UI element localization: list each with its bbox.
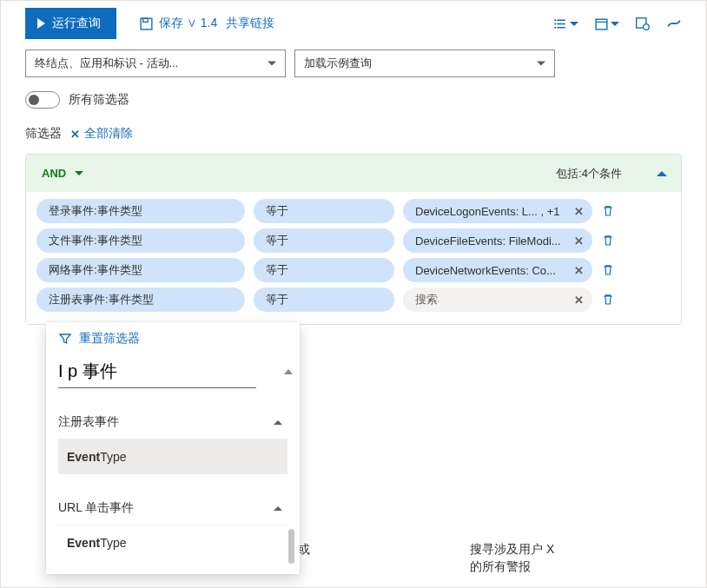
- edit-query-button[interactable]: [666, 16, 682, 31]
- group-label: 注册表事件: [58, 414, 119, 430]
- collapse-icon[interactable]: [657, 171, 667, 176]
- scrollbar-thumb[interactable]: [288, 529, 294, 564]
- rule-field-pill[interactable]: 登录事件:事件类型: [36, 199, 245, 223]
- filter-summary: 包括:4个条件: [556, 166, 622, 182]
- clear-value-icon[interactable]: [574, 235, 584, 248]
- filter-rule: 登录事件:事件类型等于DeviceLogonEvents: L... , +1: [36, 199, 667, 223]
- clear-value-icon[interactable]: [574, 264, 584, 277]
- run-query-label: 运行查询: [52, 16, 101, 31]
- card-line-2: 的所有警报: [470, 558, 618, 575]
- all-filters-label: 所有筛选器: [69, 92, 129, 108]
- rule-value-pill[interactable]: DeviceFileEvents: FileModi...: [403, 228, 592, 253]
- close-icon: [70, 127, 80, 141]
- logic-operator-select[interactable]: AND: [36, 163, 89, 183]
- dropdown-group-registry[interactable]: 注册表事件: [58, 406, 287, 439]
- clear-value-icon[interactable]: [574, 294, 584, 307]
- dropdown-group-urlclick[interactable]: URL 单击事件: [58, 492, 287, 525]
- rule-value-text: DeviceNetworkEvents: Co...: [415, 264, 556, 277]
- play-icon: [37, 18, 45, 29]
- rule-operator-pill[interactable]: 等于: [254, 228, 394, 253]
- results-settings-button[interactable]: [635, 16, 651, 31]
- chevron-down-icon: [268, 62, 276, 66]
- delete-rule-button[interactable]: [601, 263, 615, 277]
- filter-search-input[interactable]: [58, 355, 256, 388]
- suggested-query-card-2[interactable]: 搜寻涉及用户 X 的所有警报: [470, 540, 618, 575]
- reset-filters-button[interactable]: 重置筛选器: [46, 322, 300, 355]
- share-link-button[interactable]: 共享链接: [226, 16, 274, 31]
- clear-all-label: 全部清除: [84, 126, 133, 142]
- logic-label: AND: [42, 167, 66, 180]
- chevron-down-icon: [611, 22, 619, 26]
- filter-rule: 文件事件:事件类型等于DeviceFileEvents: FileModi...: [36, 228, 667, 253]
- item-rest: Type: [100, 536, 126, 550]
- rule-value-search[interactable]: 搜索: [403, 287, 592, 312]
- dropdown-item-eventtype[interactable]: EventType: [58, 439, 287, 474]
- filter-group-header[interactable]: AND 包括:4个条件: [26, 155, 681, 192]
- scroll-up-icon[interactable]: [284, 369, 293, 374]
- svg-point-3: [554, 23, 556, 24]
- chevron-up-icon: [274, 420, 282, 425]
- svg-point-7: [644, 24, 650, 30]
- clear-value-icon[interactable]: [574, 205, 584, 218]
- item-rest: Type: [100, 450, 126, 464]
- dropdown-item-eventtype-2[interactable]: EventType: [58, 525, 287, 560]
- reset-filters-label: 重置筛选器: [79, 331, 140, 347]
- calendar-icon: [594, 17, 609, 31]
- list-icon: [553, 17, 568, 31]
- rule-value-text: DeviceLogonEvents: L... , +1: [415, 205, 560, 218]
- rule-operator-pill[interactable]: 等于: [254, 258, 394, 282]
- save-icon: [139, 17, 154, 31]
- filter-group: AND 包括:4个条件 登录事件:事件类型等于DeviceLogonEvents…: [25, 154, 682, 325]
- filter-rule: 网络事件:事件类型等于DeviceNetworkEvents: Co...: [36, 258, 667, 282]
- rule-field-pill[interactable]: 网络事件:事件类型: [36, 258, 245, 282]
- share-label: 共享链接: [226, 16, 274, 31]
- filter-field-dropdown: 重置筛选器 注册表事件 EventType URL 单击事件 EventType: [46, 322, 300, 574]
- rule-field-pill[interactable]: 注册表事件:事件类型: [36, 287, 245, 312]
- filter-icon: [58, 332, 72, 346]
- rule-value-pill[interactable]: DeviceLogonEvents: L... , +1: [403, 199, 592, 223]
- rule-operator-pill[interactable]: 等于: [254, 199, 394, 223]
- item-bold: Event: [67, 450, 100, 464]
- card-line-1: 搜寻涉及用户 X: [470, 540, 618, 558]
- scope-select[interactable]: 终结点、应用和标识 - 活动...: [25, 50, 286, 77]
- chevron-down-icon: [75, 171, 83, 175]
- rule-operator-pill[interactable]: 等于: [254, 287, 394, 312]
- chevron-up-icon: [274, 506, 282, 511]
- delete-rule-button[interactable]: [601, 293, 615, 307]
- example-query-label: 加载示例查询: [304, 56, 372, 71]
- save-label: 保存 ∨ 1.4: [159, 16, 217, 31]
- rule-value-text: DeviceFileEvents: FileModi...: [415, 235, 561, 248]
- rule-field-pill[interactable]: 文件事件:事件类型: [36, 228, 245, 253]
- code-icon: [666, 16, 682, 31]
- chevron-down-icon: [537, 62, 545, 66]
- filter-rule: 注册表事件:事件类型等于搜索: [36, 287, 667, 312]
- item-bold: Event: [67, 536, 100, 550]
- delete-rule-button[interactable]: [601, 234, 615, 248]
- date-range-button[interactable]: [594, 17, 619, 31]
- group-label: URL 单击事件: [58, 500, 134, 516]
- calendar-gear-icon: [635, 16, 651, 31]
- filters-label: 筛选器: [25, 126, 62, 142]
- svg-point-4: [554, 26, 556, 28]
- svg-rect-0: [141, 18, 152, 30]
- svg-rect-5: [596, 19, 607, 30]
- clear-all-button[interactable]: 全部清除: [70, 126, 133, 142]
- chevron-down-icon: [570, 22, 578, 26]
- save-button[interactable]: 保存 ∨ 1.4: [139, 16, 217, 31]
- list-view-button[interactable]: [553, 17, 578, 31]
- example-query-select[interactable]: 加载示例查询: [294, 50, 555, 77]
- rule-value-pill[interactable]: DeviceNetworkEvents: Co...: [403, 258, 592, 282]
- rule-value-text: 搜索: [415, 292, 438, 307]
- svg-point-2: [554, 19, 556, 21]
- run-query-button[interactable]: 运行查询: [25, 8, 116, 39]
- delete-rule-button[interactable]: [601, 204, 615, 218]
- all-filters-toggle[interactable]: [25, 91, 60, 109]
- scope-label: 终结点、应用和标识 - 活动...: [35, 56, 178, 71]
